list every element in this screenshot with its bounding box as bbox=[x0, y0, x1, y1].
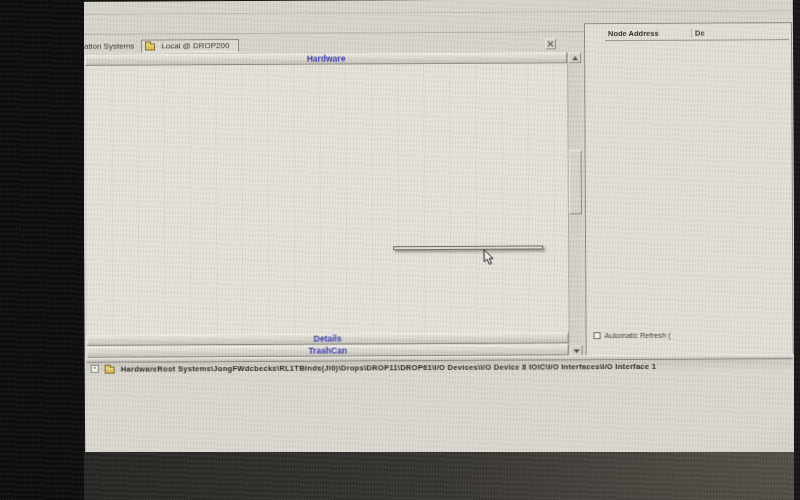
application-window: ation Systems Local @ DROP200 Hardware D… bbox=[83, 0, 795, 456]
column-header-node-address[interactable]: Node Address bbox=[605, 29, 691, 38]
scroll-up-icon[interactable] bbox=[568, 52, 581, 63]
scrollbar-thumb[interactable] bbox=[569, 150, 582, 214]
system-tab-bar: ation Systems Local @ DROP200 bbox=[83, 36, 567, 54]
folder-icon bbox=[145, 43, 155, 50]
tree-expander[interactable]: - bbox=[91, 365, 99, 373]
table-header-row: Node Address De bbox=[605, 26, 789, 41]
close-icon[interactable] bbox=[545, 38, 556, 49]
photo-left-border bbox=[0, 0, 84, 500]
photo-bottom-border bbox=[0, 452, 800, 500]
tree-vertical-scrollbar[interactable] bbox=[567, 52, 582, 356]
photo-of-screen: ation Systems Local @ DROP200 Hardware D… bbox=[0, 0, 800, 500]
automatic-refresh-label: Automatic Refresh ( bbox=[605, 331, 671, 340]
tab-local-drop200[interactable]: Local @ DROP200 bbox=[141, 39, 239, 53]
context-menu bbox=[393, 245, 543, 250]
tab-label: Local @ DROP200 bbox=[161, 41, 229, 50]
folder-icon bbox=[105, 366, 115, 373]
automatic-refresh-control: Automatic Refresh ( bbox=[594, 331, 671, 340]
output-panel: - HardwareRoot Systems\JongFWdcbecks\RL1… bbox=[87, 358, 793, 456]
systems-pane-label: ation Systems bbox=[84, 42, 134, 51]
hardware-tree bbox=[85, 63, 568, 335]
node-address-panel: Node Address De Automatic Refresh ( bbox=[584, 22, 794, 356]
photo-right-border bbox=[794, 0, 800, 500]
mouse-cursor bbox=[483, 249, 495, 266]
column-header-device[interactable]: De bbox=[691, 28, 789, 38]
node-address-table: Node Address De bbox=[605, 26, 789, 41]
automatic-refresh-checkbox[interactable] bbox=[594, 332, 601, 339]
